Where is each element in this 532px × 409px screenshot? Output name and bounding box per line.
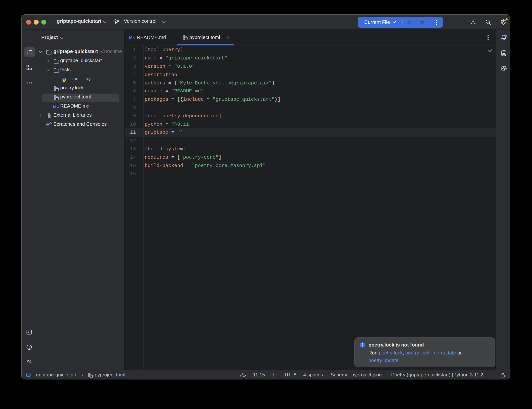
- svg-text:[T]: [T]: [185, 37, 189, 40]
- svg-text:M: M: [53, 104, 56, 109]
- svg-text:[T]: [T]: [90, 375, 93, 377]
- svg-text:M: M: [129, 35, 133, 40]
- svg-text:[T]: [T]: [56, 98, 59, 100]
- svg-text:[T]: [T]: [56, 89, 59, 91]
